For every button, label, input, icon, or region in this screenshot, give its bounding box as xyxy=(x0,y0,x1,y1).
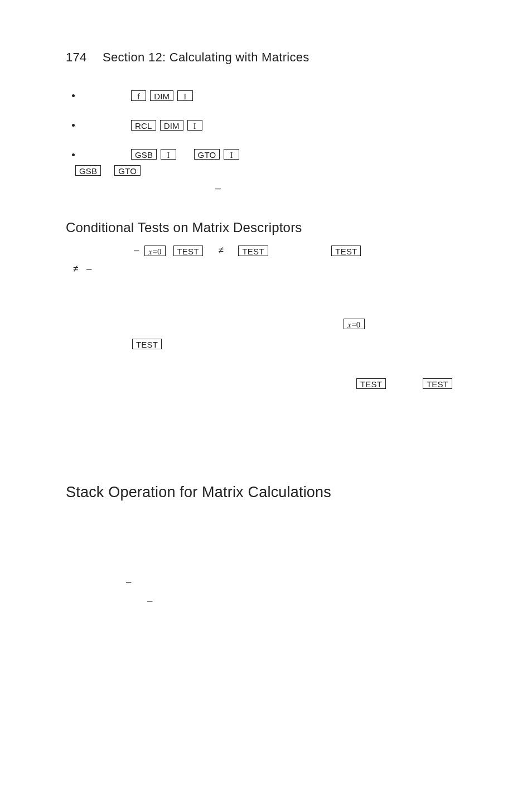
key-test: TEST xyxy=(423,378,452,389)
key-gsb: GSB xyxy=(131,149,157,160)
page-header: 174 Section 12: Calculating with Matrice… xyxy=(66,50,482,65)
paragraph-conditional-1: – 𝑥=0 TEST ≠ TEST TEST ≠ – xyxy=(66,241,482,278)
spacer xyxy=(66,393,482,460)
page-number: 174 xyxy=(66,50,87,65)
key-i: I xyxy=(161,149,176,160)
key-f: f xyxy=(131,90,146,101)
heading-stack: Stack Operation for Matrix Calculations xyxy=(66,484,482,501)
paragraph-conditional-2: 𝑥=0 TEST TEST TEST xyxy=(66,293,482,393)
key-test: TEST xyxy=(173,246,203,256)
bullet-item-3: GSB I GTO I GSB GTO – xyxy=(81,146,482,196)
dash-glyph: – xyxy=(126,576,131,587)
neq-glyph: ≠ xyxy=(218,245,223,256)
paragraph-stack: – – xyxy=(66,535,482,610)
key-gto: GTO xyxy=(114,165,141,176)
key-rcl: RCL xyxy=(131,120,156,131)
key-gto: GTO xyxy=(194,149,220,160)
dash-glyph: – xyxy=(86,263,91,274)
key-i: I xyxy=(177,90,192,101)
key-test: TEST xyxy=(331,246,361,256)
key-i: I xyxy=(224,149,239,160)
chapter-title: Section 12: Calculating with Matrices xyxy=(103,50,309,64)
key-x-eq-0: 𝑥=0 xyxy=(344,319,365,329)
heading-conditional: Conditional Tests on Matrix Descriptors xyxy=(66,220,482,235)
dash-glyph: – xyxy=(134,245,139,256)
key-test: TEST xyxy=(132,339,162,349)
dash-glyph: – xyxy=(215,180,221,196)
key-dim: DIM xyxy=(150,90,173,101)
key-gsb: GSB xyxy=(75,165,101,176)
key-i: I xyxy=(187,120,202,131)
neq-glyph: ≠ xyxy=(73,259,78,278)
bullet-list: f DIM I RCL DIM I GSB I GTO I GSB GTO – xyxy=(81,87,482,196)
bullet-item-2: RCL DIM I xyxy=(81,117,482,133)
key-x-eq-0: 𝑥=0 xyxy=(144,246,166,256)
key-dim: DIM xyxy=(160,120,183,131)
key-test: TEST xyxy=(238,246,268,256)
dash-glyph: – xyxy=(147,595,152,606)
bullet-item-1: f DIM I xyxy=(81,87,482,103)
key-test: TEST xyxy=(356,378,386,389)
